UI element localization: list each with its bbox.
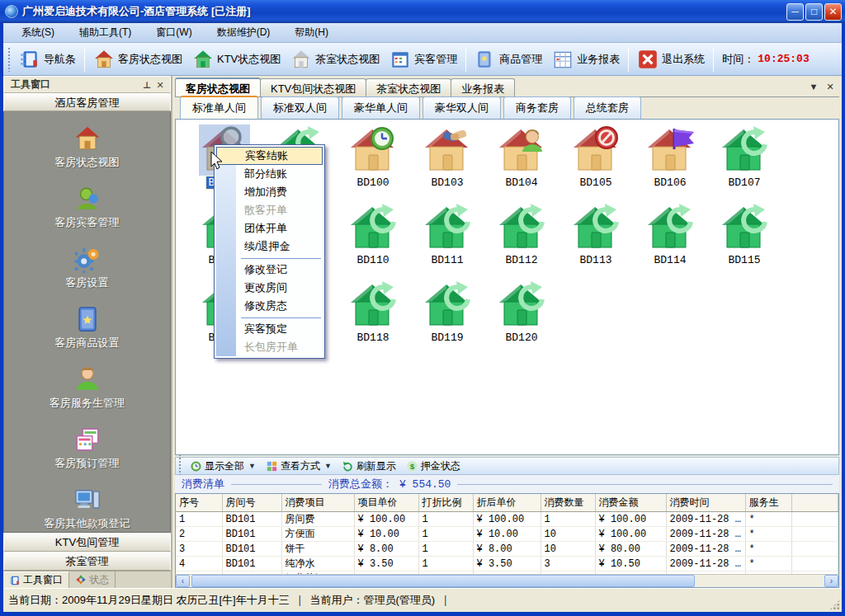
room-BD107[interactable]: BD107 bbox=[707, 126, 781, 204]
column-header-5[interactable]: 折后单价 bbox=[473, 494, 541, 512]
context-menu-item-2[interactable]: 增加消费 bbox=[216, 183, 323, 201]
sidebar-section-button-1[interactable]: 茶室管理 bbox=[3, 552, 171, 571]
table-cell: ¥ 8.00 bbox=[473, 542, 541, 557]
sidebar-section-hotel-rooms[interactable]: 酒店客房管理 bbox=[3, 93, 171, 111]
table-row[interactable]: 2BD101方便面¥ 10.001¥ 10.0010¥ 100.002009-1… bbox=[176, 527, 838, 542]
minimize-button[interactable]: ─ bbox=[786, 3, 804, 21]
toolbar-button-1[interactable]: 客房状态视图 bbox=[88, 46, 187, 73]
sidebar-item-3[interactable]: 客房商品设置 bbox=[4, 305, 170, 365]
room-BD100[interactable]: BD100 bbox=[336, 126, 410, 204]
room-BD115[interactable]: BD115 bbox=[707, 204, 781, 281]
toolbar-button-5[interactable]: 商品管理 bbox=[470, 46, 547, 73]
column-header-3[interactable]: 项目单价 bbox=[354, 494, 418, 512]
sidebar-bottom-tab-1[interactable]: 状态 bbox=[69, 571, 116, 588]
room-BD113[interactable]: BD113 bbox=[559, 204, 633, 281]
toolbar-button-0[interactable]: 导航条 bbox=[14, 46, 81, 73]
scroll-right-button[interactable]: › bbox=[824, 575, 838, 587]
tab-dropdown-icon[interactable]: ▼ bbox=[806, 80, 821, 95]
close-panel-icon[interactable]: ✕ bbox=[153, 79, 167, 91]
resize-grip[interactable] bbox=[829, 600, 840, 610]
table-horizontal-scrollbar[interactable]: ‹ › bbox=[175, 574, 839, 588]
room-BD112[interactable]: BD112 bbox=[484, 204, 559, 281]
context-menu-item-0[interactable]: 宾客结账 bbox=[216, 147, 323, 165]
room-house-icon bbox=[349, 126, 397, 174]
context-menu-item-8[interactable]: 更改房间 bbox=[216, 279, 323, 297]
toolbar-button-2[interactable]: KTV状态视图 bbox=[187, 46, 286, 73]
toolbar-button-3[interactable]: 茶室状态视图 bbox=[286, 46, 385, 73]
column-header-7[interactable]: 消费金额 bbox=[595, 494, 666, 512]
divider bbox=[231, 484, 322, 485]
context-menu-item-7[interactable]: 修改登记 bbox=[216, 261, 323, 279]
sidebar-item-1[interactable]: 客房宾客管理 bbox=[4, 185, 170, 245]
column-header-6[interactable]: 消费数量 bbox=[541, 494, 595, 512]
menu-item-1[interactable]: 辅助工具(T) bbox=[69, 23, 141, 42]
room-BD119[interactable]: BD119 bbox=[410, 281, 484, 359]
table-row[interactable]: 4BD101纯净水¥ 3.501¥ 3.503¥ 10.502009-11-28… bbox=[176, 557, 838, 571]
sidebar-section-button-0[interactable]: KTV包间管理 bbox=[3, 533, 171, 552]
context-menu-item-4[interactable]: 团体开单 bbox=[216, 219, 323, 237]
room-label: BD112 bbox=[505, 254, 537, 266]
sidebar-item-6[interactable]: 客房其他款项登记 bbox=[4, 486, 170, 533]
doc-tab-1[interactable]: KTV包间状态视图 bbox=[260, 78, 366, 96]
book-blue-icon bbox=[73, 305, 101, 333]
maximize-button[interactable]: □ bbox=[805, 3, 823, 21]
room-type-tab-4[interactable]: 商务套房 bbox=[503, 96, 571, 119]
doc-tab-0[interactable]: 客房状态视图 bbox=[175, 78, 261, 96]
sidebar-bottom-tab-0[interactable]: 工具窗口 bbox=[3, 571, 69, 588]
table-row[interactable]: 1BD101房间费¥ 100.001¥ 100.001¥ 100.002009-… bbox=[176, 512, 838, 527]
column-header-8[interactable]: 消费时间 bbox=[666, 494, 745, 512]
context-menu-item-11[interactable]: 宾客预定 bbox=[216, 320, 323, 338]
column-header-2[interactable]: 消费项目 bbox=[281, 494, 354, 512]
column-header-4[interactable]: 打折比例 bbox=[418, 494, 473, 512]
table-cell: 房间费 bbox=[281, 512, 354, 527]
menu-item-2[interactable]: 窗口(W) bbox=[146, 23, 201, 42]
room-BD114[interactable]: BD114 bbox=[633, 204, 707, 281]
scroll-thumb[interactable] bbox=[191, 575, 695, 587]
table-row[interactable]: 3BD101饼干¥ 8.001¥ 8.0010¥ 80.002009-11-28… bbox=[176, 542, 838, 557]
scroll-left-button[interactable]: ‹ bbox=[176, 575, 190, 587]
context-menu-item-1[interactable]: 部分结账 bbox=[216, 165, 323, 183]
room-type-tab-5[interactable]: 总统套房 bbox=[574, 96, 641, 119]
room-type-tab-2[interactable]: 豪华单人间 bbox=[342, 96, 420, 119]
toolbar-button-label: 客房状态视图 bbox=[118, 52, 182, 67]
toolbar-button-label: 导航条 bbox=[44, 52, 76, 67]
column-header-9[interactable]: 服务生 bbox=[745, 494, 791, 512]
sidebar-item-0[interactable]: 客房状态视图 bbox=[4, 125, 170, 185]
action-button-3[interactable]: $押金状态 bbox=[401, 459, 465, 473]
room-type-tab-3[interactable]: 豪华双人间 bbox=[422, 96, 501, 119]
column-header-0[interactable]: 序号 bbox=[176, 494, 222, 512]
room-type-tab-1[interactable]: 标准双人间 bbox=[261, 96, 339, 119]
pin-icon[interactable]: ⊥ bbox=[140, 79, 153, 91]
doc-tab-3[interactable]: 业务报表 bbox=[451, 78, 515, 96]
sidebar-item-5[interactable]: 客房预订管理 bbox=[4, 426, 170, 486]
dropdown-arrow-icon[interactable]: ▼ bbox=[248, 462, 256, 470]
room-BD103[interactable]: BD103 bbox=[410, 126, 484, 204]
menu-item-3[interactable]: 数据维护(D) bbox=[207, 23, 281, 42]
room-type-tab-0[interactable]: 标准单人间 bbox=[180, 96, 258, 119]
room-BD111[interactable]: BD111 bbox=[410, 204, 484, 281]
column-header-1[interactable]: 房间号 bbox=[222, 494, 281, 512]
context-menu-item-5[interactable]: 续/退押金 bbox=[216, 237, 323, 256]
menu-item-4[interactable]: 帮助(H) bbox=[285, 23, 338, 42]
close-button[interactable]: ✕ bbox=[824, 3, 842, 21]
action-button-2[interactable]: 刷新显示 bbox=[337, 459, 401, 473]
menu-item-0[interactable]: 系统(S) bbox=[12, 23, 64, 42]
action-button-1[interactable]: 查看方式▼ bbox=[261, 459, 337, 473]
toolbar-grip[interactable] bbox=[7, 47, 12, 72]
room-BD120[interactable]: BD120 bbox=[484, 281, 559, 359]
doc-tab-2[interactable]: 茶室状态视图 bbox=[366, 78, 451, 96]
sidebar-item-4[interactable]: 客房服务生管理 bbox=[4, 365, 170, 426]
tab-close-icon[interactable]: ✕ bbox=[823, 80, 838, 95]
room-BD106[interactable]: BD106 bbox=[633, 126, 707, 204]
sidebar-item-2[interactable]: 客房设置 bbox=[4, 245, 170, 305]
room-BD118[interactable]: BD118 bbox=[336, 281, 410, 359]
dropdown-arrow-icon[interactable]: ▼ bbox=[324, 462, 332, 470]
toolbar-button-4[interactable]: 宾客管理 bbox=[385, 46, 462, 73]
room-BD105[interactable]: BD105 bbox=[559, 126, 633, 204]
room-BD110[interactable]: BD110 bbox=[336, 204, 410, 281]
context-menu-item-9[interactable]: 修改房态 bbox=[216, 297, 323, 315]
room-BD104[interactable]: BD104 bbox=[484, 126, 559, 204]
toolbar-button-7[interactable]: 退出系统 bbox=[632, 46, 710, 73]
toolbar-button-6[interactable]: 业务报表 bbox=[547, 46, 625, 73]
action-button-0[interactable]: 显示全部▼ bbox=[185, 459, 261, 473]
